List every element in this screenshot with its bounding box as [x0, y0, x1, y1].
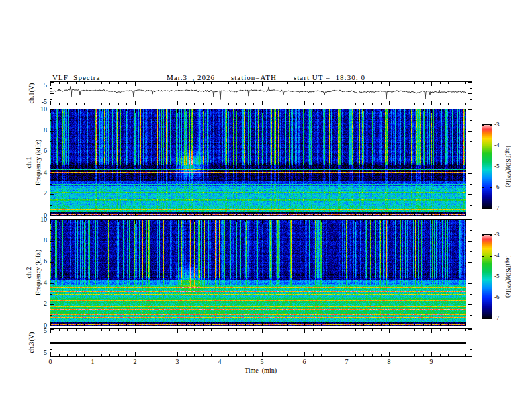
ch1-waveform-panel — [50, 81, 472, 105]
colorbar2-canvas — [482, 235, 492, 318]
freq-tick-label: 4 — [26, 279, 47, 286]
colorbar2 — [482, 234, 492, 319]
figure-station: station=ATH — [231, 73, 277, 81]
time-tick-label: 2 — [134, 358, 137, 365]
colorbar-tick-label: -3 — [494, 121, 500, 128]
colorbar-tick-label: -4 — [494, 252, 500, 259]
colorbar-tick-label: -5 — [494, 163, 500, 169]
time-tick-label: 4 — [218, 358, 222, 365]
freq-tick-label: 4 — [26, 169, 47, 176]
freq-tick-label: 10 — [26, 105, 47, 113]
volt-tick-label: -5 — [26, 349, 47, 356]
ch2-spectrogram-panel — [50, 219, 472, 326]
colorbar2-psd-label: log(PSD)(V²/Hz) — [505, 256, 512, 298]
freq-tick-label: 2 — [26, 300, 47, 307]
time-tick-label: 0 — [49, 358, 52, 365]
ch2-channel-label: ch.2 — [25, 267, 32, 279]
ch1-waveform-canvas — [50, 82, 472, 105]
colorbar1 — [482, 124, 492, 209]
time-tick-label: 8 — [388, 358, 391, 365]
ch3-waveform-panel — [50, 328, 472, 357]
volt-tick-label: 5 — [26, 327, 47, 334]
colorbar-tick-label: -4 — [494, 142, 500, 148]
time-axis-label: Time (min) — [245, 367, 277, 374]
ch2-spectrogram-canvas — [50, 220, 472, 326]
ch1-channel-label: ch.1 — [25, 157, 32, 169]
figure-date: Mar.3 , 2026 — [167, 73, 215, 81]
freq-tick-label: 8 — [26, 236, 47, 244]
volt-tick-label: 5 — [26, 81, 47, 89]
vlf-spectra-figure: VLF Spectra Mar.3 , 2026 station=ATH sta… — [0, 0, 532, 411]
colorbar-tick-label: -6 — [494, 293, 500, 300]
ch3-waveform-canvas — [50, 329, 472, 356]
ch1-spectrogram-canvas — [50, 109, 472, 216]
colorbar-tick-label: -3 — [494, 231, 500, 238]
time-tick-label: 6 — [303, 358, 306, 365]
volt-tick-label: -5 — [26, 98, 47, 105]
freq-tick-label: 0 — [26, 212, 47, 219]
ch1-spectrogram-panel — [50, 109, 472, 216]
time-tick-label: 9 — [430, 358, 433, 365]
freq-tick-label: 6 — [26, 257, 47, 265]
figure-start-ut: start UT = 18:30: 0 — [294, 73, 365, 81]
freq-tick-label: 6 — [26, 147, 47, 154]
freq-tick-label: 2 — [26, 189, 47, 197]
colorbar-tick-label: -7 — [494, 314, 500, 321]
time-tick-label: 5 — [261, 358, 264, 365]
time-tick-label: 3 — [176, 358, 179, 365]
time-tick-label: 1 — [91, 358, 95, 365]
colorbar-tick-label: -7 — [494, 204, 500, 211]
colorbar1-psd-label: log(PSD)(V²/Hz) — [505, 146, 512, 187]
colorbar-tick-label: -6 — [494, 183, 500, 190]
colorbar1-canvas — [482, 125, 492, 208]
freq-tick-label: 8 — [26, 126, 47, 134]
figure-title: VLF Spectra — [52, 73, 100, 81]
colorbar-tick-label: -5 — [494, 273, 500, 279]
time-tick-label: 7 — [345, 358, 349, 365]
